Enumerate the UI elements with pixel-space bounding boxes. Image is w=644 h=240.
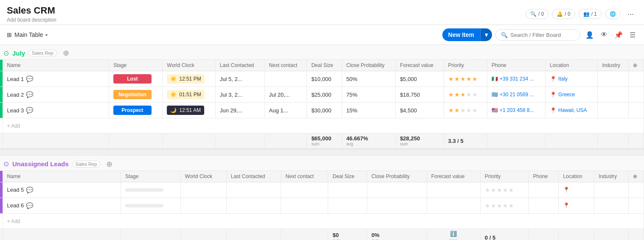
globe-icon: 🌐 [610,11,616,17]
close-prob-val-1[interactable]: 75% [346,92,357,98]
more-options-btn[interactable]: ··· [624,8,637,20]
phone-val-2[interactable]: +1 203 458 8... [500,107,534,113]
ua-stars-1[interactable]: ★★★★★ [485,202,514,209]
july-section: ⊙ July Sales Rep ⊕ Name Stage World Cloc… [0,45,644,149]
ua-stars-0[interactable]: ★★★★★ [485,187,514,193]
add-group-btn-unassigned[interactable]: ⊕ [106,159,112,169]
th-industry: Industry [598,60,629,71]
last-contacted-val-1[interactable]: Jul 3, 2... [220,92,242,98]
ua-sum-empty-3 [180,229,226,240]
uth-phone: Phone [529,171,559,182]
app-subtitle[interactable]: Add board description [7,17,56,23]
add-cell-july[interactable]: + Add [3,118,644,134]
clock-display-0[interactable]: ☀️ 12:51 PM [167,74,204,84]
last-contacted-val-0[interactable]: Jul 5, 2... [220,76,242,82]
close-prob-val-0[interactable]: 50% [346,76,357,82]
search-input[interactable] [510,32,574,38]
search-count-btn[interactable]: 🔍 / 0 [526,9,548,19]
phone-val-1[interactable]: +30 21 0569 ... [500,92,534,98]
close-prob-val-2[interactable]: 15% [346,107,357,114]
clock-display-2[interactable]: 🌙 12:51 AM [167,106,204,115]
info-icon: ℹ️ [450,231,457,237]
location-val-0[interactable]: Italy [558,76,568,82]
add-group-btn-july[interactable]: ⊕ [63,48,69,58]
stage-badge-1[interactable]: Negotiation [113,90,152,99]
th-add-col[interactable]: ⊕ [629,60,644,71]
add-row-july[interactable]: + Add [0,118,644,134]
ua-row-name-0[interactable]: Lead 5 [7,187,24,193]
next-contact-val-2[interactable]: Aug 1... [269,107,288,114]
cell-industry-1 [598,87,629,103]
ua-cell-addcol-1 [629,198,644,213]
row-name-2[interactable]: Lead 3 [7,107,24,114]
ua-sum-empty-2 [121,229,181,240]
july-collapse-icon[interactable]: ⊙ [3,49,9,57]
pin-icon[interactable]: 📌 [613,29,624,41]
add-btn-ua[interactable]: + Add [3,218,25,224]
stars-2[interactable]: ★★★★★ [448,107,478,114]
industry-cell-0[interactable] [598,71,628,87]
ua-table-row: Lead 6 💬 ★★★★★ [0,198,644,213]
row-name-1[interactable]: Lead 2 [7,92,24,98]
uth-closeprob: Close Probability [367,171,427,182]
ua-row-name-1[interactable]: Lead 6 [7,202,24,209]
users-count-btn[interactable]: 👥 / 1 [579,9,602,19]
filter-icon[interactable]: ☰ [628,29,637,41]
star-5: ★ [472,107,478,114]
person-icon[interactable]: 👤 [584,29,596,41]
header-left: Sales CRM Add board description [7,5,56,23]
new-item-btn[interactable]: New Item ▾ [442,28,492,41]
ua-cell-dealsize-0 [328,182,367,198]
phone-val-0[interactable]: +39 331 234 ... [500,76,534,82]
ua-cell-priority-1: ★★★★★ [480,198,529,213]
comment-icon-1[interactable]: 💬 [26,91,33,98]
main-table-btn[interactable]: ⊞ Main Table ▾ [7,31,48,38]
star-2: ★ [454,91,460,98]
next-contact-val-1[interactable]: Jul 20,... [269,92,290,98]
unassigned-collapse-icon[interactable]: ⊙ [3,160,9,168]
globe-btn[interactable]: 🌐 [605,9,621,19]
stage-badge-2[interactable]: Prospect [113,106,152,115]
july-count[interactable]: Sales Rep [28,50,57,56]
th-priority: Priority [444,60,487,71]
ua-stage-badge-1[interactable] [125,204,163,207]
last-contacted-val-2[interactable]: Jun 29,... [220,107,242,114]
forecast-val-0[interactable]: $5,000 [400,76,417,82]
location-val-1[interactable]: Greece [558,92,575,98]
uth-add-col[interactable]: ⊕ [629,171,644,182]
sum-forecast: $28,250sum [396,134,444,149]
add-cell-ua[interactable]: + Add [3,213,644,229]
clock-display-1[interactable]: ☀️ 01:51 PM [167,90,204,99]
deal-size-val-2[interactable]: $30,000 [311,107,331,114]
stars-0[interactable]: ★★★★★ [448,75,478,82]
cell-location-2: 📍 Hawaii, USA [546,103,598,118]
comment-icon-0[interactable]: 💬 [26,75,33,82]
ua-stage-badge-0[interactable] [125,188,163,192]
ua-comment-icon-1[interactable]: 💬 [26,202,33,209]
inbox-count-btn[interactable]: 🔔 / 0 [552,9,575,19]
uth-forecast: Forecast value [427,171,480,182]
industry-cell-1[interactable] [598,87,628,102]
comment-icon-2[interactable]: 💬 [26,107,33,114]
add-row-unassigned[interactable]: + Add [0,213,644,229]
add-btn-july[interactable]: + Add [3,123,25,129]
deal-size-val-1[interactable]: $25,000 [311,92,331,98]
ua-cell-stage-0 [121,182,181,198]
search-box[interactable]: 🔍 [495,29,580,41]
search-icon: 🔍 [501,32,508,38]
row-name-0[interactable]: Lead 1 [7,76,24,82]
ua-cell-location-0: 📍 [559,182,594,198]
stage-badge-0[interactable]: Lost [113,74,152,84]
location-val-2[interactable]: Hawaii, USA [558,107,587,113]
forecast-val-2[interactable]: $4,500 [400,107,417,114]
forecast-val-1[interactable]: $18,750 [400,92,420,98]
deal-size-val-0[interactable]: $10,000 [311,76,331,82]
ua-comment-icon-0[interactable]: 💬 [26,187,33,193]
new-item-arrow[interactable]: ▾ [480,28,492,41]
stars-1[interactable]: ★★★★★ [448,91,478,98]
industry-cell-2[interactable] [598,103,628,118]
th-location: Location [546,60,598,71]
cell-closeprob-0: 50% [342,71,395,87]
eye-icon[interactable]: 👁 [599,29,609,40]
unassigned-count[interactable]: Sales Rep [72,161,101,167]
